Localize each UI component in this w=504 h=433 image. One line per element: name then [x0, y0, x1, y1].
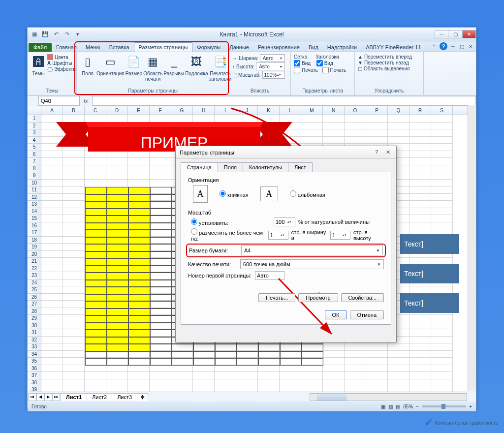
- row-header[interactable]: 11: [28, 186, 41, 194]
- selection-pane-button[interactable]: ▢Область выделения: [358, 66, 412, 71]
- preview-button[interactable]: Просмотр: [298, 293, 338, 302]
- redo-icon[interactable]: ↷: [62, 30, 72, 39]
- row-header[interactable]: 8: [28, 165, 41, 173]
- tab-addins[interactable]: Надстройки: [323, 43, 361, 52]
- height-setting[interactable]: ↕Высота:Авто▾: [232, 62, 285, 70]
- row-header[interactable]: 5: [28, 144, 41, 151]
- maximize-button[interactable]: ▢: [448, 30, 462, 38]
- first-page-input[interactable]: [255, 271, 284, 280]
- view-layout-icon[interactable]: ▥: [388, 404, 393, 409]
- ok-button[interactable]: ОК: [325, 310, 347, 319]
- bring-forward-button[interactable]: ▲Переместить вперед: [358, 54, 412, 60]
- tab-nav-next[interactable]: ▶: [44, 393, 52, 401]
- row-header[interactable]: 24: [28, 279, 41, 287]
- select-all-corner[interactable]: [28, 106, 41, 115]
- formula-input[interactable]: [92, 96, 476, 106]
- mdi-restore-icon[interactable]: ▢: [458, 43, 465, 50]
- dlg-tab-margins[interactable]: Поля: [218, 162, 243, 172]
- dialog-close-icon[interactable]: ✕: [384, 149, 392, 155]
- row-header[interactable]: 7: [28, 158, 41, 165]
- row-header[interactable]: 27: [28, 301, 41, 308]
- row-header[interactable]: 2: [28, 123, 41, 130]
- print-button[interactable]: Печать...: [258, 293, 295, 302]
- background-button[interactable]: 🖼Подложка: [185, 54, 208, 76]
- row-header[interactable]: 3: [28, 129, 41, 137]
- minimize-button[interactable]: ─: [435, 30, 448, 38]
- col-header[interactable]: M: [301, 106, 323, 115]
- tab-nav-first[interactable]: ⏮: [29, 393, 36, 401]
- tab-view[interactable]: Вид: [304, 43, 323, 52]
- row-header[interactable]: 33: [28, 343, 41, 351]
- scale-setting[interactable]: ⬚Масштаб:100%▴▾: [232, 71, 285, 79]
- colors-button[interactable]: Цвета: [47, 54, 76, 60]
- zoom-level[interactable]: 85%: [403, 404, 413, 409]
- vertical-scrollbar[interactable]: [468, 105, 476, 391]
- sheet-tab-1[interactable]: Лист1: [61, 393, 87, 401]
- tab-data[interactable]: Данные: [225, 43, 253, 52]
- portrait-radio[interactable]: книжная: [220, 190, 249, 198]
- row-header[interactable]: 30: [28, 322, 41, 330]
- row-header[interactable]: 26: [28, 294, 41, 301]
- zoom-out-button[interactable]: −: [416, 404, 419, 409]
- mdi-min-icon[interactable]: ─: [449, 43, 456, 50]
- row-header[interactable]: 22: [28, 265, 41, 273]
- margins-button[interactable]: ▯Поля: [80, 54, 95, 76]
- breaks-button[interactable]: ⎯Разрывы: [163, 54, 184, 76]
- tab-review[interactable]: Рецензирование: [253, 43, 304, 52]
- zoom-in-button[interactable]: +: [469, 404, 472, 409]
- scale-percent-input[interactable]: 100▴▾: [274, 217, 295, 226]
- zoom-slider[interactable]: [422, 405, 466, 407]
- qat-more-icon[interactable]: ▾: [73, 30, 83, 39]
- row-header[interactable]: 23: [28, 272, 41, 279]
- scale-set-radio[interactable]: установить:: [191, 218, 228, 226]
- save-icon[interactable]: 💾: [40, 30, 50, 39]
- fonts-button[interactable]: AШрифты: [47, 61, 76, 66]
- row-header[interactable]: 39: [28, 386, 41, 392]
- row-header[interactable]: 1: [28, 115, 41, 123]
- row-header[interactable]: 15: [28, 215, 41, 222]
- dialog-help-icon[interactable]: ?: [373, 149, 380, 155]
- row-header[interactable]: 10: [28, 180, 41, 187]
- dlg-tab-sheet[interactable]: Лист: [288, 162, 313, 172]
- view-normal-icon[interactable]: ▦: [381, 404, 385, 409]
- col-header[interactable]: R: [410, 106, 431, 115]
- row-header[interactable]: 36: [28, 365, 41, 372]
- horizontal-scrollbar[interactable]: [310, 393, 467, 401]
- send-backward-button[interactable]: ▼Переместить назад: [358, 60, 412, 65]
- head-print-check[interactable]: [322, 67, 329, 73]
- print-quality-combo[interactable]: 600 точек на дюйм▼: [240, 259, 384, 269]
- tab-menu[interactable]: Меню: [81, 43, 105, 52]
- tab-insert[interactable]: Вставка: [105, 43, 134, 52]
- row-header[interactable]: 9: [28, 172, 41, 180]
- col-header[interactable]: Q: [388, 106, 410, 115]
- col-header[interactable]: N: [323, 106, 345, 115]
- row-header[interactable]: 18: [28, 237, 41, 244]
- row-header[interactable]: 12: [28, 194, 41, 201]
- grid-print-check[interactable]: [294, 67, 300, 73]
- row-header[interactable]: 16: [28, 222, 41, 230]
- tab-formulas[interactable]: Формулы: [192, 43, 225, 52]
- cancel-button[interactable]: Отмена: [350, 310, 384, 319]
- tab-abbyy[interactable]: ABBYY FineReader 11: [361, 43, 425, 52]
- view-break-icon[interactable]: ▤: [396, 404, 400, 409]
- row-header[interactable]: 20: [28, 251, 41, 258]
- tab-nav-prev[interactable]: ◀: [36, 393, 44, 401]
- grid-view-check[interactable]: [294, 60, 300, 66]
- collapse-ribbon-icon[interactable]: ⌃: [431, 43, 438, 50]
- new-sheet-button[interactable]: ✻: [137, 393, 148, 401]
- print-titles-button[interactable]: 📑Печатать заголовки: [209, 54, 232, 82]
- size-button[interactable]: 📄Размер: [126, 54, 142, 76]
- tab-home[interactable]: Главная: [52, 43, 81, 52]
- row-header[interactable]: 35: [28, 358, 41, 365]
- sheet-tab-3[interactable]: Лист3: [112, 393, 137, 401]
- row-header[interactable]: 31: [28, 329, 41, 337]
- landscape-radio[interactable]: альбомная: [290, 190, 325, 198]
- row-header[interactable]: 13: [28, 201, 41, 208]
- themes-button[interactable]: 🅰Темы: [31, 54, 46, 76]
- row-header[interactable]: 32: [28, 337, 41, 344]
- excel-icon[interactable]: ▦: [30, 30, 39, 39]
- fit-height-input[interactable]: 1▴▾: [330, 231, 350, 240]
- scale-fit-radio[interactable]: разместить не более чем на:: [191, 228, 265, 242]
- tab-pagelayout[interactable]: Разметка страницы: [134, 42, 193, 52]
- col-header[interactable]: P: [366, 106, 388, 115]
